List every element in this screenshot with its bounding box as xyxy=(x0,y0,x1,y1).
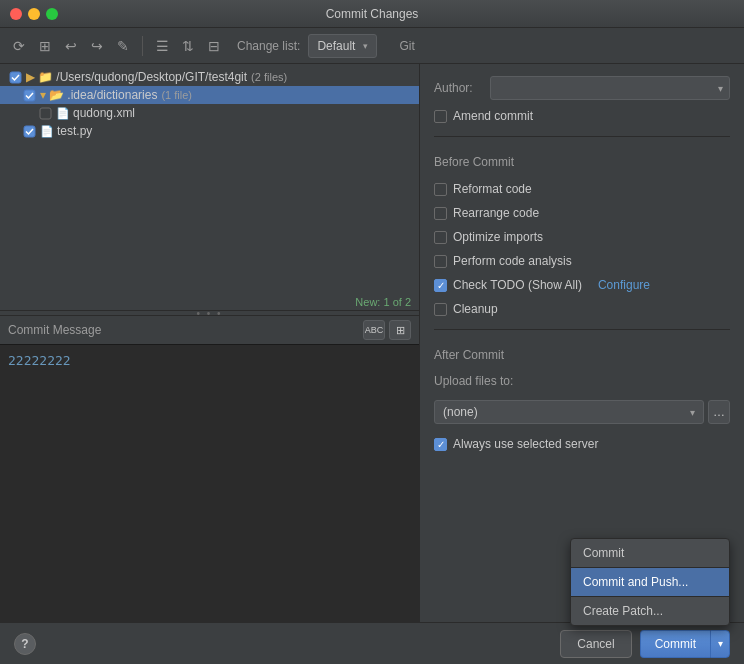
changelist-value: Default xyxy=(317,39,355,53)
amend-commit-checkbox[interactable] xyxy=(434,110,447,123)
amend-commit-row[interactable]: Amend commit xyxy=(434,108,730,124)
commit-dropdown-arrow-icon: ▾ xyxy=(718,638,723,649)
left-panel: ▶ 📁 /Users/qudong/Desktop/GIT/test4git (… xyxy=(0,64,420,664)
changelist-label: Change list: xyxy=(237,39,300,53)
toolbar: ⟳ ⊞ ↩ ↪ ✎ ☰ ⇅ ⊟ Change list: Default ▾ G… xyxy=(0,28,744,64)
cleanup-row[interactable]: Cleanup xyxy=(434,301,730,317)
cancel-button[interactable]: Cancel xyxy=(560,630,631,658)
perform-code-analysis-row[interactable]: Perform code analysis xyxy=(434,253,730,269)
more-icon: … xyxy=(713,405,725,419)
abc-spell-button[interactable]: ABC xyxy=(363,320,385,340)
toolbar-icon-3[interactable]: ↩ xyxy=(60,35,82,57)
checkmark-icon: ✓ xyxy=(437,280,445,291)
tree-count-root: (2 files) xyxy=(251,71,287,83)
commit-message-header: Commit Message ABC ⊞ xyxy=(0,316,419,344)
tree-label-idea: .idea/dictionaries xyxy=(67,88,157,102)
perform-code-analysis-label: Perform code analysis xyxy=(453,254,572,268)
commit-menu-item-push[interactable]: Commit and Push... xyxy=(571,568,729,596)
check-todo-checkbox[interactable]: ✓ xyxy=(434,279,447,292)
svg-rect-0 xyxy=(10,72,21,83)
rearrange-code-label: Rearrange code xyxy=(453,206,539,220)
commit-message-label: Commit Message xyxy=(8,323,101,337)
reformat-code-label: Reformat code xyxy=(453,182,532,196)
template-icon: ⊞ xyxy=(396,324,405,337)
tree-label-qudong: qudong.xml xyxy=(73,106,135,120)
configure-link[interactable]: Configure xyxy=(598,278,650,292)
git-tab[interactable]: Git xyxy=(393,37,420,55)
tree-item-idea[interactable]: ▾ 📂 .idea/dictionaries (1 file) xyxy=(0,86,419,104)
close-button[interactable] xyxy=(10,8,22,20)
checkbox-idea-icon xyxy=(22,88,36,102)
author-label: Author: xyxy=(434,81,482,95)
author-dropdown-arrow-icon: ▾ xyxy=(718,83,723,94)
file-tree: ▶ 📁 /Users/qudong/Desktop/GIT/test4git (… xyxy=(0,64,419,294)
after-commit-divider xyxy=(434,329,730,330)
file-icon-testpy: 📄 xyxy=(40,125,54,138)
toolbar-icon-8[interactable]: ⊟ xyxy=(203,35,225,57)
upload-dropdown-arrow-icon: ▾ xyxy=(690,407,695,418)
upload-label: Upload files to: xyxy=(434,374,730,388)
title-bar-buttons xyxy=(10,8,58,20)
check-todo-label: Check TODO (Show All) xyxy=(453,278,582,292)
checkbox-testpy-icon xyxy=(22,124,36,138)
reformat-code-row[interactable]: Reformat code xyxy=(434,181,730,197)
abc-icon: ABC xyxy=(365,325,384,335)
tree-label-root: /Users/qudong/Desktop/GIT/test4git xyxy=(56,70,247,84)
author-dropdown[interactable]: ▾ xyxy=(490,76,730,100)
bottom-bar: ? Cancel Commit ▾ Commit Commit and Push… xyxy=(0,622,744,664)
window-title: Commit Changes xyxy=(326,7,419,21)
optimize-imports-checkbox[interactable] xyxy=(434,231,447,244)
always-use-checkbox[interactable]: ✓ xyxy=(434,438,447,451)
checkbox-qudong-icon xyxy=(38,106,52,120)
help-button[interactable]: ? xyxy=(14,633,36,655)
commit-message-tools: ABC ⊞ xyxy=(363,320,411,340)
rearrange-code-row[interactable]: Rearrange code xyxy=(434,205,730,221)
toolbar-icon-6[interactable]: ☰ xyxy=(151,35,173,57)
cleanup-label: Cleanup xyxy=(453,302,498,316)
upload-value: (none) xyxy=(443,405,478,419)
commit-template-button[interactable]: ⊞ xyxy=(389,320,411,340)
changelist-arrow-icon: ▾ xyxy=(363,41,368,51)
perform-code-analysis-checkbox[interactable] xyxy=(434,255,447,268)
commit-menu-item-commit[interactable]: Commit xyxy=(571,539,729,567)
optimize-imports-label: Optimize imports xyxy=(453,230,543,244)
cleanup-checkbox[interactable] xyxy=(434,303,447,316)
always-use-row[interactable]: ✓ Always use selected server xyxy=(434,436,730,452)
tree-item-testpy[interactable]: 📄 test.py xyxy=(0,122,419,140)
always-use-checkmark-icon: ✓ xyxy=(437,439,445,450)
commit-arrow-button[interactable]: ▾ xyxy=(710,630,730,658)
before-commit-divider xyxy=(434,136,730,137)
svg-rect-1 xyxy=(24,90,35,101)
toolbar-icon-1[interactable]: ⟳ xyxy=(8,35,30,57)
toolbar-icon-7[interactable]: ⇅ xyxy=(177,35,199,57)
minimize-button[interactable] xyxy=(28,8,40,20)
tree-count-idea: (1 file) xyxy=(161,89,192,101)
commit-menu-item-patch[interactable]: Create Patch... xyxy=(571,597,729,625)
folder-icon-root: ▶ 📁 xyxy=(26,70,53,84)
toolbar-icon-4[interactable]: ↪ xyxy=(86,35,108,57)
checkbox-root-icon xyxy=(8,70,22,84)
tree-label-testpy: test.py xyxy=(57,124,92,138)
file-icon-qudong: 📄 xyxy=(56,107,70,120)
toolbar-icon-2[interactable]: ⊞ xyxy=(34,35,56,57)
title-bar: Commit Changes xyxy=(0,0,744,28)
commit-dropdown-menu: Commit Commit and Push... Create Patch..… xyxy=(570,538,730,626)
author-row: Author: ▾ xyxy=(434,76,730,100)
maximize-button[interactable] xyxy=(46,8,58,20)
svg-rect-2 xyxy=(40,108,51,119)
tree-item-root[interactable]: ▶ 📁 /Users/qudong/Desktop/GIT/test4git (… xyxy=(0,68,419,86)
reformat-code-checkbox[interactable] xyxy=(434,183,447,196)
rearrange-code-checkbox[interactable] xyxy=(434,207,447,220)
upload-more-button[interactable]: … xyxy=(708,400,730,424)
tree-item-qudong[interactable]: 📄 qudong.xml xyxy=(0,104,419,122)
folder-icon-idea: ▾ 📂 xyxy=(40,88,64,102)
check-todo-row[interactable]: ✓ Check TODO (Show All) Configure xyxy=(434,277,730,293)
toolbar-icon-5[interactable]: ✎ xyxy=(112,35,134,57)
commit-button-group: Commit ▾ Commit Commit and Push... Creat… xyxy=(640,630,730,658)
help-icon: ? xyxy=(21,637,28,651)
optimize-imports-row[interactable]: Optimize imports xyxy=(434,229,730,245)
changelist-dropdown[interactable]: Default ▾ xyxy=(308,34,377,58)
commit-main-button[interactable]: Commit xyxy=(640,630,710,658)
commit-message-textarea[interactable]: 22222222 xyxy=(0,344,419,632)
upload-dropdown[interactable]: (none) ▾ xyxy=(434,400,704,424)
